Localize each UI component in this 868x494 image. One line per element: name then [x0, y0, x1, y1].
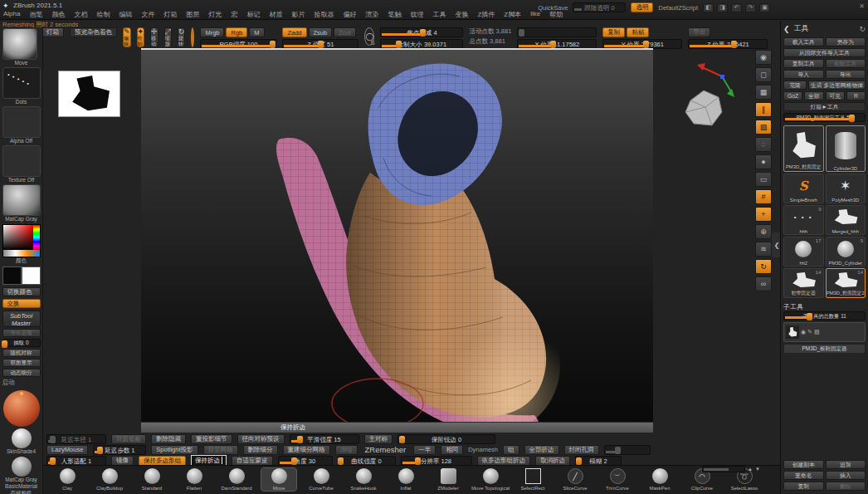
material-basic-label[interactable]: BasicMaterial: [0, 483, 42, 490]
brush-flatten[interactable]: Flatten: [177, 468, 212, 491]
menu-6[interactable]: 文件: [141, 10, 154, 19]
delete-subdiv-button[interactable]: 删除细分: [243, 445, 278, 455]
undo-hand-icon[interactable]: ↶: [731, 3, 742, 12]
prev-document-icon[interactable]: ◧: [703, 3, 714, 12]
scroll-down-icon[interactable]: ▼: [755, 467, 760, 472]
dynamic-subdiv-button[interactable]: 动态细分: [2, 369, 41, 377]
menu-11[interactable]: 标记: [246, 10, 260, 19]
crease-all-button[interactable]: 全部折边: [524, 445, 559, 455]
groups-button[interactable]: 组: [503, 445, 519, 455]
goz-visible-button[interactable]: 可见: [826, 91, 845, 100]
same-button[interactable]: 相同: [441, 445, 463, 455]
curve-strength-slider[interactable]: 曲线强度 0: [338, 456, 396, 466]
lightbox-tool-button[interactable]: 灯箱►工具: [783, 102, 866, 111]
edit-mode-button[interactable]: ✎编辑: [123, 27, 131, 47]
misc-slider[interactable]: [604, 445, 651, 455]
export-button[interactable]: 导出: [688, 27, 710, 37]
menu-18[interactable]: 纹理: [410, 10, 423, 19]
zremesher-button[interactable]: ZRemesher: [363, 445, 409, 454]
export-size-slider[interactable]: [517, 27, 597, 37]
paste-button[interactable]: 粘贴: [627, 27, 649, 37]
menu-22[interactable]: Z脚本: [504, 10, 521, 19]
tool-item[interactable]: SSimpleBrush: [783, 174, 824, 203]
menu-8[interactable]: 图层: [186, 10, 199, 19]
switch-color-button[interactable]: 切换颜色: [2, 287, 41, 296]
eye-icon[interactable]: ◉: [801, 329, 806, 335]
alpha-reference-thumbnail[interactable]: [58, 71, 120, 117]
freeze-button[interactable]: 冻结: [335, 445, 358, 455]
current-material-slot[interactable]: MatCap Gray: [2, 184, 41, 223]
blur-slider[interactable]: 模糊 2: [575, 456, 622, 466]
half-button[interactable]: 一半: [413, 445, 436, 455]
current-alpha-slot[interactable]: Alpha Off: [2, 106, 41, 144]
solo-icon[interactable]: ●: [755, 154, 772, 169]
color-picker[interactable]: [2, 224, 41, 257]
reconstruct-subdiv-button[interactable]: 重建细分网格: [283, 445, 330, 455]
bpr-render-icon[interactable]: ◉: [755, 50, 772, 65]
perspective-icon[interactable]: ◻: [755, 67, 772, 82]
rename-subtool-button[interactable]: 重命名: [783, 471, 824, 480]
tool-item[interactable]: ✶PolyMesh3D: [826, 174, 866, 203]
document-canvas[interactable]: [141, 48, 653, 422]
load-tool-button[interactable]: 载入工具: [783, 37, 824, 46]
dynamesh-resolution-slider[interactable]: 分辨率 128: [401, 456, 472, 466]
crease-pg-button[interactable]: 依多边形组折边: [477, 456, 531, 466]
current-material-preview[interactable]: [3, 390, 40, 427]
default-zscript-button[interactable]: DefaultZScript: [658, 4, 698, 12]
current-brush-slot[interactable]: Move: [2, 28, 41, 66]
uncrease-button[interactable]: 取消折边: [535, 456, 570, 466]
radial-symmetry-button[interactable]: 径向对称预设: [237, 434, 285, 444]
current-stroke-slot[interactable]: Dots: [2, 67, 41, 105]
random-symmetry-button[interactable]: 随机对称: [2, 349, 41, 357]
menu-19[interactable]: 工具: [432, 10, 446, 19]
import-button[interactable]: 导入: [783, 70, 824, 79]
brush-trimcurve[interactable]: ︶TrimCurve: [600, 468, 635, 491]
brush-preview[interactable]: [191, 27, 194, 47]
brush-move-topological[interactable]: Move Topological: [473, 468, 508, 491]
copy-subtool-button[interactable]: 复制: [783, 482, 824, 491]
copy-button[interactable]: 复制: [602, 27, 625, 37]
brush-claybuildup[interactable]: ClayBuildup: [92, 468, 127, 491]
tool-item[interactable]: 17hh2: [783, 237, 824, 267]
paint-icon[interactable]: ✎: [807, 329, 812, 335]
interactive-opacity-slider[interactable]: 跟随透明 0: [573, 2, 626, 12]
smooth-strength-slider[interactable]: 平滑强度 15: [290, 434, 359, 444]
swap-color-button[interactable]: 交换: [2, 299, 41, 308]
menu-9[interactable]: 灯光: [208, 10, 222, 19]
brush-curvetube[interactable]: CurveTube: [304, 468, 339, 491]
brush-snakehook[interactable]: SnakeHook: [346, 468, 381, 491]
keep-polygroups-button[interactable]: 保持多边形组: [139, 456, 186, 466]
noise-preview-button[interactable]: 预览杂色着色: [70, 27, 117, 37]
lazy-radius-slider[interactable]: 延迟半径 1: [46, 434, 106, 444]
make-polymesh3d-button[interactable]: 生成 多边形网格物体: [808, 81, 866, 90]
spotlight-projection-button[interactable]: Spotlight投影: [151, 445, 197, 455]
brush-inflat[interactable]: Inflat: [388, 468, 423, 491]
z-position-slider[interactable]: Z 位置 2.36421: [688, 39, 768, 49]
brush-maskpen[interactable]: MaskPen: [642, 468, 677, 491]
tool-item-current[interactable]: PM3D_鞋面固定: [783, 125, 824, 172]
angle-slider[interactable]: 角度 30: [278, 456, 333, 466]
tool-item-selected[interactable]: 14PM3D_鞋面固定2: [826, 268, 866, 298]
local-symmetry-icon[interactable]: ∥: [755, 102, 772, 117]
save-as-button[interactable]: 另存为: [826, 37, 866, 46]
menu-7[interactable]: 灯箱: [163, 10, 177, 19]
floating-mesh-thumbnail[interactable]: [679, 86, 725, 132]
menu-0[interactable]: Alpha: [3, 10, 20, 19]
scale-mode-button[interactable]: ⤢缩放: [164, 27, 172, 47]
lazy-steps-slider[interactable]: 延迟步数 1: [93, 445, 146, 455]
brush-move[interactable]: Move: [261, 468, 296, 491]
append-subtool-button[interactable]: 追加: [826, 460, 866, 469]
mirror-button[interactable]: 镜像: [111, 456, 134, 466]
goz-all-button[interactable]: 全部: [804, 91, 823, 100]
close-holes-button[interactable]: 封闭孔洞: [564, 445, 599, 455]
decimate-slider[interactable]: 抽取 0: [2, 339, 41, 347]
secondary-color-swatch[interactable]: [22, 267, 41, 285]
rotate-canvas-icon[interactable]: ↻: [755, 259, 772, 274]
double-sided-button[interactable]: 双面显示: [2, 359, 41, 367]
tool-item-slider[interactable]: PM3D_鞋面固定工具 54: [783, 113, 866, 122]
insert-subtool-button[interactable]: 插入: [826, 471, 866, 480]
menu-17[interactable]: 笔触: [388, 10, 401, 19]
clone-button[interactable]: 克隆: [783, 81, 807, 90]
dynamic-draw-size-icon[interactable]: ◯S: [364, 27, 374, 46]
duplicate-subtool-button[interactable]: 创建副本: [783, 460, 824, 469]
